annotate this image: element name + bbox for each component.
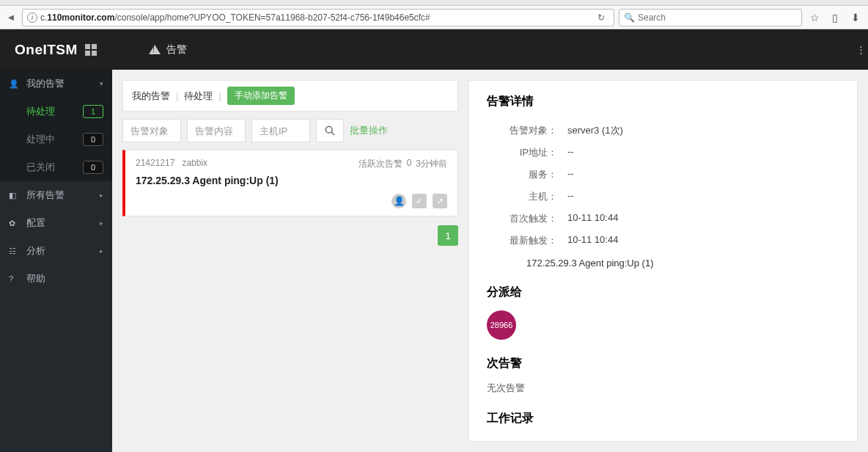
- sub-alarm-title: 次告警: [487, 356, 839, 371]
- sidebar-item-closed[interactable]: 已关闭 0: [0, 153, 112, 181]
- detail-value: 10-11 10:44: [567, 234, 618, 247]
- gear-icon: ✿: [9, 219, 21, 228]
- warning-icon: [149, 45, 161, 54]
- check-icon[interactable]: ✓: [412, 194, 427, 208]
- detail-label: 首次触发：: [487, 212, 567, 225]
- sidebar-item-processing[interactable]: 处理中 0: [0, 125, 112, 153]
- sidebar-config[interactable]: ✿ 配置 ▸: [0, 209, 112, 237]
- back-button[interactable]: ◄: [4, 11, 18, 24]
- all-icon: ◧: [9, 191, 21, 200]
- sidebar-item-pending[interactable]: 待处理 1: [0, 98, 112, 125]
- sidebar-item-label: 待处理: [26, 105, 55, 118]
- header-section-label: 告警: [166, 43, 187, 56]
- share-icon[interactable]: ↗: [433, 194, 447, 208]
- browser-tab-strip: [0, 0, 868, 6]
- detail-row-last: 最新触发：10-11 10:44: [487, 230, 839, 252]
- alarm-card[interactable]: 21421217 zabbix 活跃次告警 0 3分钟前 172.25.29.3…: [122, 150, 458, 216]
- chevron-right-icon: ▸: [100, 219, 103, 227]
- header-section[interactable]: 告警: [112, 43, 187, 56]
- alarm-title: 172.25.29.3 Agent ping:Up (1): [136, 175, 447, 186]
- info-icon[interactable]: i: [27, 12, 37, 23]
- detail-label: 最新触发：: [487, 234, 567, 247]
- filter-hostip-input[interactable]: [251, 119, 310, 142]
- sidebar-item-label: 已关闭: [26, 161, 55, 174]
- chevron-right-icon: ▸: [100, 192, 103, 199]
- detail-panel: 告警详情 告警对象：server3 (1次) IP地址：-- 服务：-- 主机：…: [468, 80, 858, 442]
- sidebar-icon[interactable]: ▯: [827, 10, 843, 26]
- reload-button[interactable]: ↻: [593, 12, 609, 23]
- assign-title: 分派给: [487, 285, 839, 300]
- svg-line-1: [331, 132, 334, 135]
- detail-row-target: 告警对象：server3 (1次): [487, 120, 839, 142]
- detail-value: server3 (1次): [567, 124, 623, 137]
- count-badge: 0: [83, 133, 103, 146]
- filter-row: 批量操作: [122, 119, 458, 142]
- assign-icon[interactable]: 👤: [391, 194, 406, 208]
- sidebar-item-label: 处理中: [26, 133, 55, 146]
- url-text: c.110monitor.com/console/app/home?UPYOO_…: [40, 12, 430, 23]
- chevron-right-icon: ▸: [100, 247, 103, 255]
- alarm-meta: 21421217 zabbix 活跃次告警 0 3分钟前: [136, 158, 447, 170]
- filter-content-input[interactable]: [187, 119, 246, 142]
- batch-action-link[interactable]: 批量操作: [350, 124, 388, 137]
- sidebar-nav-label: 所有告警: [26, 189, 65, 202]
- overflow-icon[interactable]: ⋮: [853, 43, 868, 57]
- active-count: 0: [407, 158, 412, 170]
- search-icon: [325, 125, 335, 136]
- bookmark-icon[interactable]: ☆: [806, 10, 823, 26]
- count-badge: 0: [83, 161, 103, 174]
- alarm-id: 21421217: [136, 158, 174, 170]
- sidebar-nav-label: 帮助: [26, 272, 45, 285]
- search-icon: 🔍: [624, 12, 635, 23]
- sidebar-help[interactable]: ? 帮助: [0, 265, 112, 293]
- chart-icon: ☷: [9, 247, 21, 256]
- sidebar-all-alarms[interactable]: ◧ 所有告警 ▸: [0, 181, 112, 209]
- grid-icon: [85, 44, 97, 56]
- breadcrumb-sep: |: [176, 90, 178, 101]
- worklog-title: 工作记录: [487, 411, 839, 426]
- detail-title: 告警详情: [487, 94, 839, 109]
- alarm-time: 3分钟前: [416, 158, 447, 170]
- detail-row-service: 服务：--: [487, 164, 839, 186]
- sidebar-nav-label: 配置: [26, 216, 45, 230]
- download-icon[interactable]: ⬇: [847, 10, 864, 26]
- sidebar-my-alarms-label: 我的告警: [26, 77, 65, 90]
- sub-alarm-none: 无次告警: [487, 382, 839, 395]
- search-button[interactable]: [316, 119, 344, 142]
- chevron-down-icon: ▾: [100, 80, 103, 87]
- logo-text: OneITSM: [15, 42, 78, 58]
- detail-label: 告警对象：: [487, 124, 567, 137]
- alarm-actions: 👤 ✓ ↗: [136, 194, 447, 208]
- filter-target-input[interactable]: [122, 119, 181, 142]
- logo[interactable]: OneITSM: [0, 42, 112, 58]
- breadcrumb-sep: |: [218, 90, 221, 101]
- browser-toolbar: ◄ i c.110monitor.com/console/app/home?UP…: [0, 6, 868, 29]
- detail-row-ip: IP地址：--: [487, 142, 839, 164]
- page-current[interactable]: 1: [438, 225, 458, 246]
- browser-search-input[interactable]: [638, 12, 797, 23]
- detail-row-host: 主机：--: [487, 186, 839, 208]
- detail-message: 172.25.29.3 Agent ping:Up (1): [487, 258, 839, 269]
- pagination: 1: [122, 225, 458, 246]
- help-icon: ?: [9, 274, 21, 283]
- url-bar[interactable]: i c.110monitor.com/console/app/home?UPYO…: [22, 9, 614, 26]
- detail-label: IP地址：: [487, 146, 567, 159]
- assignee-avatar[interactable]: 28966: [487, 310, 516, 340]
- sidebar-nav-label: 分析: [26, 244, 45, 258]
- browser-search[interactable]: 🔍: [619, 9, 802, 26]
- detail-value: --: [567, 146, 574, 159]
- active-label: 活跃次告警: [358, 158, 402, 170]
- svg-point-0: [326, 126, 332, 133]
- app-header: OneITSM 告警 ⋮: [0, 29, 868, 70]
- detail-value: --: [567, 168, 574, 181]
- breadcrumb-item[interactable]: 我的告警: [132, 90, 170, 103]
- user-icon: 👤: [9, 79, 21, 89]
- add-alarm-button[interactable]: 手动添加告警: [227, 87, 295, 105]
- breadcrumb-item[interactable]: 待处理: [184, 90, 213, 103]
- detail-value: 10-11 10:44: [567, 212, 618, 225]
- sidebar-my-alarms[interactable]: 👤 我的告警 ▾: [0, 70, 112, 98]
- alarm-source: zabbix: [182, 158, 207, 170]
- sidebar-analysis[interactable]: ☷ 分析 ▸: [0, 237, 112, 265]
- sidebar: 👤 我的告警 ▾ 待处理 1 处理中 0 已关闭 0 ◧ 所有告警 ▸ ✿ 配置…: [0, 70, 112, 452]
- detail-row-first: 首次触发：10-11 10:44: [487, 208, 839, 230]
